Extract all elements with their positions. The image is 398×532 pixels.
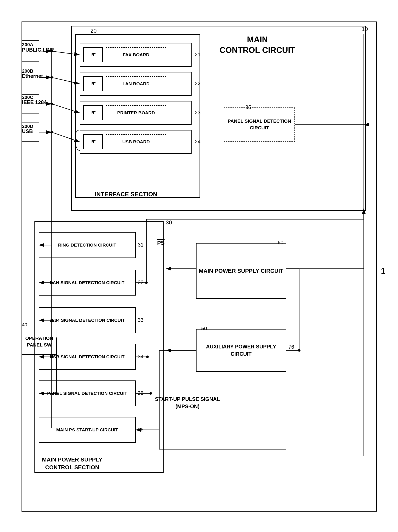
lan-board-row: I/F LAN BOARD: [80, 72, 192, 96]
fax-board-name: FAX BOARD: [106, 47, 166, 62]
ref-22: 22: [195, 81, 201, 87]
panel-signal-detection-bottom: PANEL SIGNAL DETECTION CIRCUIT: [39, 380, 136, 406]
fax-board-row: I/F FAX BOARD: [80, 43, 192, 67]
ref-31: 31: [138, 242, 144, 248]
ext-box-ieee1284: [22, 94, 39, 114]
printer-board-row: I/F PRINTER BOARD: [80, 101, 192, 125]
ref-34: 34: [138, 354, 144, 360]
lan-board-name: LAN BOARD: [106, 76, 166, 91]
ref-23: 23: [195, 110, 201, 116]
ref-36: 36: [138, 427, 144, 433]
printer-board-name: PRINTER BOARD: [106, 105, 166, 120]
op-panel-sw: OPERATION PANEL SW: [22, 329, 56, 355]
interface-section-label: INTERFACE SECTION: [95, 191, 157, 198]
panel-signal-detection-top: PANEL SIGNAL DETECTION CIRCUIT: [224, 108, 295, 142]
ref-10: 10: [362, 26, 368, 32]
ring-detection: RING DETECTION CIRCUIT: [39, 232, 136, 258]
aux-ps-block: AUXILIARY POWER SUPPLY CIRCUIT: [196, 329, 286, 372]
startup-label: START-UP PULSE SIGNAL (MPS-ON): [155, 395, 220, 410]
ref-60: 60: [278, 240, 283, 246]
ref-50: 50: [201, 326, 207, 332]
ref-32: 32: [138, 279, 144, 285]
label-1: 1: [381, 266, 385, 276]
usb-board-row: I/F USB BOARD: [80, 130, 192, 154]
diagram-container: 1 MAIN CONTROL CIRCUIT 10 20 INTERFACE S…: [9, 9, 389, 523]
if-box-printer: I/F: [83, 105, 103, 120]
ps-label: PS: [157, 240, 165, 246]
ext-box-usb: [22, 122, 39, 142]
if-box-fax: I/F: [83, 47, 103, 62]
ref-20: 20: [90, 27, 97, 34]
main-control-circuit-label: MAIN CONTROL CIRCUIT: [220, 34, 295, 56]
ref-30: 30: [166, 219, 172, 226]
main-ps-startup: MAIN PS START-UP CIRCUIT: [39, 417, 136, 443]
ref-76: 76: [288, 344, 294, 350]
ref-24: 24: [195, 139, 201, 145]
main-ps-block: MAIN POWER SUPPLY CIRCUIT: [196, 243, 286, 299]
lan-signal-detection: LAN SIGNAL DETECTION CIRCUIT: [39, 270, 136, 296]
usb-board-name: USB BOARD: [106, 134, 166, 149]
ref-40: 40: [22, 322, 27, 328]
ref-35-bottom: 35: [138, 390, 144, 396]
ref-21: 21: [195, 51, 201, 58]
ext-box-ethernet: [22, 68, 39, 87]
ref-33: 33: [138, 317, 144, 323]
ref-35-top: 35: [245, 104, 251, 110]
if-box-usb: I/F: [83, 134, 103, 149]
ext-box-public-line: [22, 40, 39, 62]
if-box-lan: I/F: [83, 76, 103, 91]
mpsc-label: MAIN POWER SUPPLY CONTROL SECTION: [42, 456, 103, 471]
